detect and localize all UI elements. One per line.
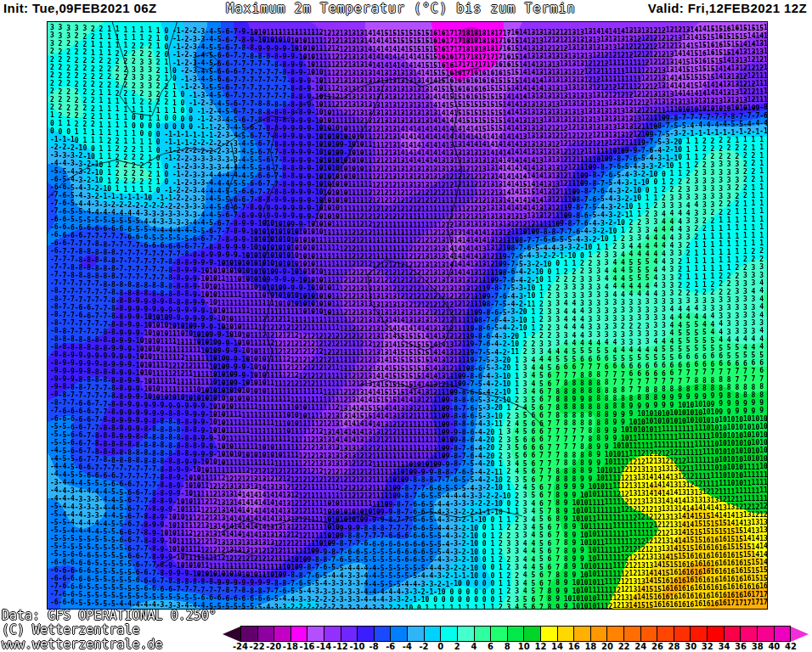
weather-map-page: Init: Tue,09FEB2021 06Z Maximum 2m Tempe…	[0, 0, 812, 652]
colorbar-right-arrow-icon	[791, 627, 809, 642]
colorbar-cell-4	[475, 626, 492, 642]
colorbar-cell-0	[441, 626, 458, 642]
valid-time-label: Valid: Fri,12FEB2021 12Z	[648, 1, 807, 15]
colorbar-cell--8	[375, 626, 392, 642]
colorbar-cell-20	[607, 626, 624, 642]
colorbar-cell-22	[624, 626, 641, 642]
colorbar-cell-40	[775, 626, 792, 642]
colorbar-cell-6	[491, 626, 508, 642]
colorbar-cell-36	[741, 626, 758, 642]
colorbar-left-arrow-icon	[223, 627, 240, 642]
temperature-colorbar	[223, 626, 809, 642]
colorbar-cell-18	[591, 626, 608, 642]
colorbar-cell--20	[274, 626, 291, 642]
colorbar-cell-32	[708, 626, 725, 642]
colorbar-cell-26	[657, 626, 674, 642]
copyright-label: (C) Wetterzentrale	[2, 622, 140, 638]
colorbar-cell-30	[691, 626, 708, 642]
colorbar-cell--22	[258, 626, 275, 642]
colorbar-cell-8	[508, 626, 525, 642]
colorbar-tick-labels: -24-22-20-18-16-14-12-10-8-6-4-202468101…	[240, 642, 801, 652]
colorbar-cell-2	[458, 626, 475, 642]
colorbar-cell-24	[641, 626, 658, 642]
colorbar-cell--16	[307, 626, 324, 642]
colorbar-cell--24	[240, 626, 258, 642]
colorbar-cell--10	[358, 626, 375, 642]
colorbar-cell-28	[674, 626, 691, 642]
page-title: Maximum 2m Temperatur (°C) bis zum Termi…	[180, 1, 622, 16]
colorbar-cell-38	[758, 626, 775, 642]
colorbar-cells	[240, 626, 791, 642]
init-time-label: Init: Tue,09FEB2021 06Z	[3, 1, 157, 15]
colorbar-tick-label: 42	[780, 642, 802, 651]
colorbar-cell-14	[558, 626, 575, 642]
colorbar-cell--12	[341, 626, 358, 642]
colorbar-cell-12	[541, 626, 558, 642]
colorbar-cell-16	[574, 626, 591, 642]
colorbar-cell--6	[391, 626, 408, 642]
colorbar-cell--14	[324, 626, 341, 642]
temperature-map-canvas	[47, 21, 768, 610]
colorbar-cell--18	[291, 626, 308, 642]
colorbar-cell-10	[524, 626, 541, 642]
data-source-label: Data: GFS OPERATIONAL 0.250°	[2, 608, 217, 623]
colorbar-cell--2	[425, 626, 442, 642]
colorbar-cell-34	[725, 626, 742, 642]
colorbar-cell--4	[408, 626, 425, 642]
website-label: www.wetterzentrale.de	[2, 637, 163, 652]
